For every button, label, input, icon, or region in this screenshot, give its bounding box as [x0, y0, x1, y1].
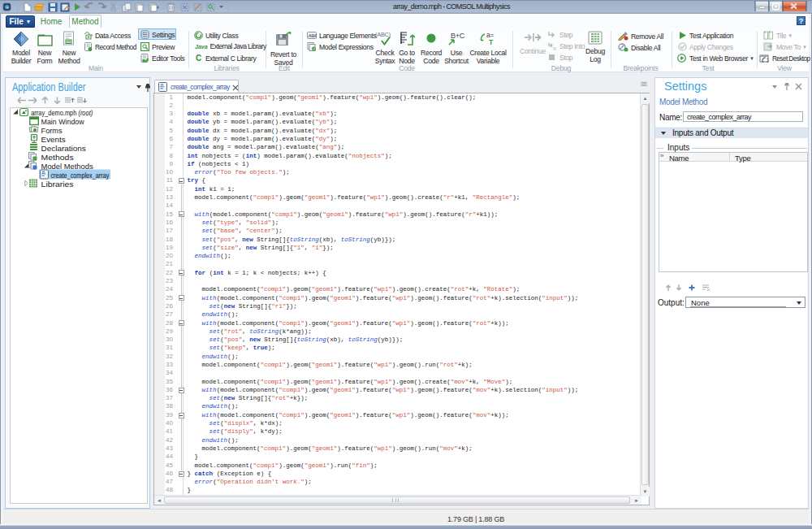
svg-text:Methods: Methods — [41, 153, 74, 162]
svg-text:create_complex_array: create_complex_array — [50, 171, 109, 180]
svg-text:Declarations: Declarations — [41, 144, 86, 153]
svg-text:ABC: ABC — [309, 33, 317, 38]
svg-text:Main Window: Main Window — [41, 117, 85, 126]
svg-text:Events: Events — [41, 135, 66, 144]
svg-text:Model Methods: Model Methods — [41, 162, 93, 171]
svg-text:array_demo.mph (root): array_demo.mph (root) — [31, 108, 93, 117]
svg-text:Libraries: Libraries — [41, 180, 74, 189]
svg-text:Forms: Forms — [41, 126, 63, 135]
svg-text:T: T — [489, 38, 494, 46]
svg-text:B+C: B+C — [451, 32, 465, 40]
